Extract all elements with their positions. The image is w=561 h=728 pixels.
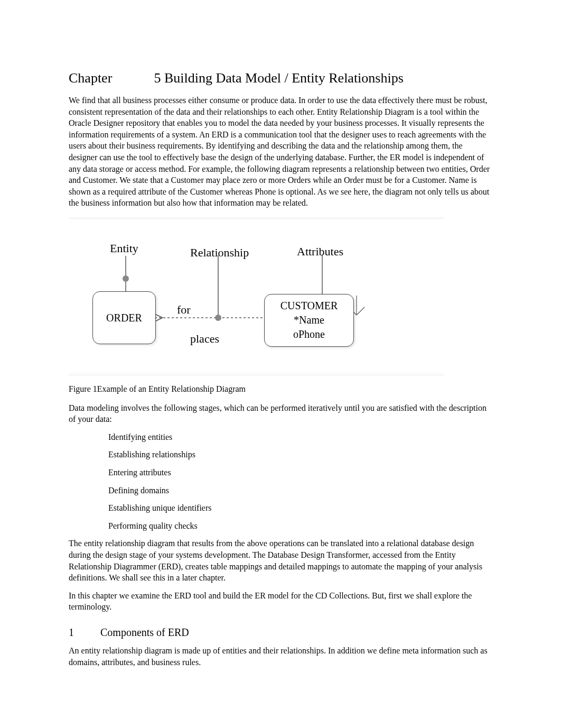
after-list-paragraph-2: In this chapter we examine the ERD tool … bbox=[69, 590, 492, 613]
erd-diagram: Entity Relationship Attributes ORDER for… bbox=[69, 217, 444, 376]
svg-line-5 bbox=[155, 318, 163, 321]
list-item: Entering attributes bbox=[108, 467, 492, 478]
list-item: Performing quality checks bbox=[108, 520, 492, 532]
entity-customer-attr-name: *Name bbox=[294, 313, 324, 327]
entity-customer-name: CUSTOMER bbox=[280, 299, 338, 313]
after-list-paragraph-1: The entity relationship diagram that res… bbox=[69, 538, 492, 583]
entity-customer: CUSTOMER *Name oPhone bbox=[264, 294, 354, 347]
stages-intro: Data modeling involves the following sta… bbox=[69, 402, 492, 425]
section-heading: 1 Components of ERD bbox=[69, 625, 492, 640]
svg-line-4 bbox=[155, 314, 163, 318]
section-body: An entity relationship diagram is made u… bbox=[69, 645, 492, 668]
figure-caption: Figure 1Example of an Entity Relationshi… bbox=[69, 383, 492, 395]
intro-paragraph: We find that all business processes eith… bbox=[69, 95, 492, 209]
relationship-places-label: places bbox=[190, 331, 219, 347]
relationship-for-label: for bbox=[177, 302, 191, 318]
section-number: 1 bbox=[69, 625, 98, 640]
chapter-label: Chapter bbox=[69, 69, 151, 87]
list-item: Defining domains bbox=[108, 485, 492, 496]
list-item: Establishing unique identifiers bbox=[108, 502, 492, 514]
chapter-heading: Chapter 5 Building Data Model / Entity R… bbox=[69, 69, 492, 87]
list-item: Establishing relationships bbox=[108, 449, 492, 460]
svg-line-7 bbox=[357, 307, 364, 315]
entity-order-name: ORDER bbox=[106, 311, 142, 325]
chapter-title: 5 Building Data Model / Entity Relations… bbox=[154, 70, 404, 86]
marker-icon bbox=[215, 315, 221, 321]
diagram-label-entity: Entity bbox=[110, 241, 138, 256]
diagram-label-relationship: Relationship bbox=[190, 245, 249, 261]
entity-order: ORDER bbox=[92, 291, 156, 344]
marker-icon bbox=[123, 275, 129, 282]
list-item: Identifying entities bbox=[108, 431, 492, 443]
entity-customer-attr-phone: oPhone bbox=[293, 327, 325, 342]
section-title: Components of ERD bbox=[100, 626, 189, 638]
stages-list: Identifying entities Establishing relati… bbox=[108, 431, 492, 532]
diagram-label-attributes: Attributes bbox=[297, 244, 343, 260]
